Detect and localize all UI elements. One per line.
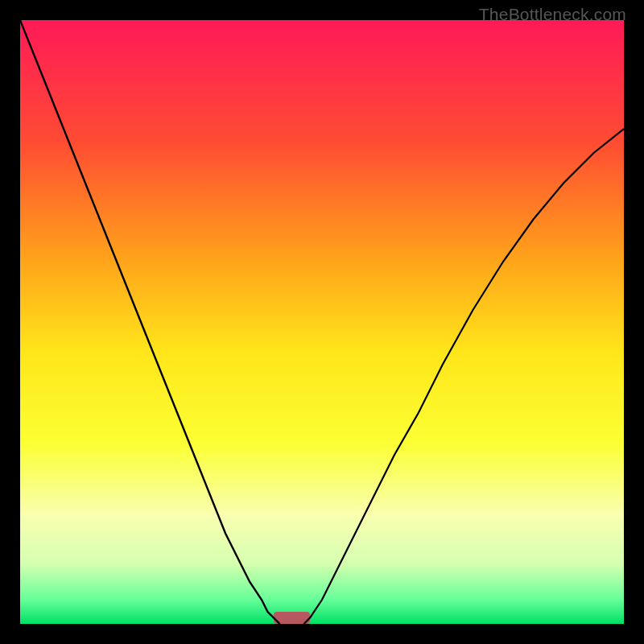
chart-background-gradient [20, 20, 624, 624]
bottleneck-chart [20, 20, 624, 624]
